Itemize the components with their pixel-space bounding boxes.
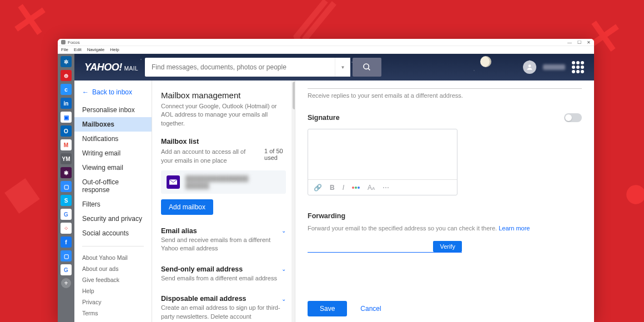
nav-item-social-accounts[interactable]: Social accounts — [74, 226, 152, 240]
menu-edit[interactable]: Edit — [74, 47, 82, 52]
arrow-left-icon: ← — [82, 88, 89, 96]
signature-label: Signature — [308, 114, 340, 122]
dock-zoom[interactable]: ▢ — [61, 181, 72, 192]
dock-pinwheel[interactable]: ✲ — [61, 56, 72, 67]
dock-circle-c[interactable]: c — [61, 84, 72, 95]
about-terms[interactable]: Terms — [74, 308, 152, 319]
section-disposable-email-address[interactable]: Disposable email address⌄Create an email… — [161, 295, 286, 321]
about-about-our-ads[interactable]: About our ads — [74, 263, 152, 274]
brand-logo[interactable]: YAHOO!MAIL — [84, 62, 138, 73]
signature-editor[interactable]: 🔗 B I AA ⋯ — [308, 129, 457, 195]
signature-toolbar: 🔗 B I AA ⋯ — [308, 179, 457, 195]
mailbox-card[interactable]: ██████████████████████ — [161, 170, 286, 194]
search-button[interactable] — [353, 58, 381, 77]
mailbox-list-sub: Add an account to access all of your ema… — [161, 148, 259, 165]
window-title: Focos — [68, 40, 80, 45]
nav-item-out-of-office-response[interactable]: Out-of-office response — [74, 175, 152, 197]
svg-point-0 — [364, 64, 369, 69]
titlebar: Focos — ☐ ✕ — [58, 39, 594, 46]
page-subtitle: Connect your Google, Outlook (Hotmail) o… — [161, 102, 286, 128]
dock-zoom2[interactable]: ▢ — [61, 250, 72, 261]
menu-help[interactable]: Help — [110, 47, 119, 52]
right-pane: Receive replies to your sent emails at a… — [295, 80, 594, 322]
search-dropdown[interactable]: ▼ — [335, 58, 350, 77]
mailbox-usage: 1 of 50 used — [264, 148, 286, 165]
dock-skype[interactable]: S — [61, 195, 72, 206]
reply-address-hint: Receive replies to your sent emails at a… — [308, 88, 582, 99]
italic-icon[interactable]: I — [343, 184, 344, 192]
forwarding-label: Forwarding — [308, 212, 345, 220]
dock-creativecloud[interactable]: ⊚ — [61, 70, 72, 81]
add-mailbox-button[interactable]: Add mailbox — [161, 199, 213, 215]
apps-grid-icon[interactable] — [572, 61, 584, 73]
app-icon — [61, 40, 66, 44]
app-dock: ✲⊚cin▣OMYM✱▢SG⁘f▢G+ — [58, 54, 74, 322]
maximize-button[interactable]: ☐ — [577, 40, 581, 45]
page-title: Mailbox management — [161, 90, 286, 100]
middle-pane: Mailbox management Connect your Google, … — [152, 80, 295, 322]
section-send-only-email-address[interactable]: Send-only email address⌄Send emails from… — [161, 265, 286, 283]
nav-item-viewing-email[interactable]: Viewing email — [74, 160, 152, 175]
about-privacy[interactable]: Privacy — [74, 296, 152, 308]
nav-item-notifications[interactable]: Notifications — [74, 132, 152, 146]
dock-google[interactable]: G — [61, 209, 72, 220]
nav-item-security-and-privacy[interactable]: Security and privacy — [74, 212, 152, 226]
verify-button[interactable]: Verify — [433, 241, 462, 252]
settings-nav: ← Back to inbox Personalise inboxMailbox… — [74, 80, 152, 322]
signature-toggle[interactable] — [564, 113, 582, 122]
chevron-down-icon: ⌄ — [281, 266, 286, 272]
search-input[interactable] — [145, 58, 335, 77]
dock-ym[interactable]: YM — [61, 153, 72, 164]
nav-item-mailboxes[interactable]: Mailboxes — [74, 117, 152, 132]
dock-asana[interactable]: ⁘ — [61, 223, 72, 234]
nav-item-filters[interactable]: Filters — [74, 197, 152, 212]
menu-navigate[interactable]: Navigate — [87, 47, 105, 52]
menu-file[interactable]: File — [61, 47, 68, 52]
dock-add-button[interactable]: + — [61, 278, 71, 288]
envelope-icon — [167, 175, 180, 189]
link-icon[interactable]: 🔗 — [314, 184, 322, 192]
dock-linkedin[interactable]: in — [61, 98, 72, 109]
about-give-feedback[interactable]: Give feedback — [74, 274, 152, 285]
dock-slack[interactable]: ✱ — [61, 167, 72, 178]
menubar: File Edit Navigate Help — [58, 46, 594, 54]
dock-facebook[interactable]: f — [61, 237, 72, 248]
nav-item-writing-email[interactable]: Writing email — [74, 146, 152, 160]
color-icon[interactable] — [352, 187, 360, 189]
section-email-alias[interactable]: Email alias⌄Send and receive emails from… — [161, 227, 286, 253]
back-to-inbox[interactable]: ← Back to inbox — [74, 86, 152, 103]
dock-gmail[interactable]: M — [61, 139, 72, 150]
more-icon[interactable]: ⋯ — [383, 184, 389, 192]
mail-header: YAHOO!MAIL ▼ — [74, 54, 594, 80]
learn-more-link[interactable]: Learn more — [499, 225, 530, 232]
font-icon[interactable]: AA — [368, 184, 375, 192]
dock-dropbox[interactable]: ▣ — [61, 112, 72, 123]
about-help[interactable]: Help — [74, 285, 152, 296]
about-about-yahoo-mail[interactable]: About Yahoo Mail — [74, 252, 152, 263]
chevron-down-icon: ⌄ — [281, 296, 286, 302]
bold-icon[interactable]: B — [330, 184, 335, 192]
close-button[interactable]: ✕ — [587, 40, 591, 45]
app-window: Focos — ☐ ✕ File Edit Navigate Help ✲⊚ci… — [58, 39, 594, 322]
username — [543, 64, 565, 70]
dock-outlook[interactable]: O — [61, 125, 72, 137]
forwarding-desc: Forward your email to the specified addr… — [308, 224, 582, 233]
scrollbar[interactable] — [291, 80, 295, 322]
svg-point-2 — [529, 64, 531, 67]
svg-line-1 — [368, 68, 370, 70]
mailbox-list-title: Mailbox list — [161, 138, 199, 145]
save-button[interactable]: Save — [308, 301, 347, 316]
cancel-button[interactable]: Cancel — [360, 305, 381, 313]
chevron-down-icon: ⌄ — [281, 228, 286, 234]
moon-icon — [480, 56, 491, 67]
nav-item-personalise-inbox[interactable]: Personalise inbox — [74, 103, 152, 117]
avatar[interactable] — [523, 61, 536, 74]
dock-google2[interactable]: G — [61, 264, 72, 275]
minimize-button[interactable]: — — [567, 40, 572, 45]
